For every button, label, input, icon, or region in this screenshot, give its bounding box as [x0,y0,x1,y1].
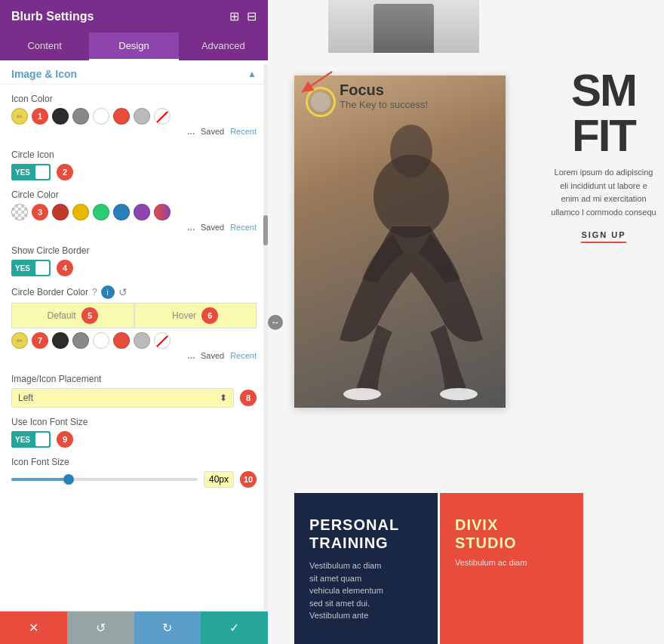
swatch-pencil-7[interactable] [11,332,28,349]
badge-8: 8 [240,390,257,406]
swatch-red-1[interactable] [113,108,130,125]
use-icon-font-size-toggle[interactable]: YES [11,431,51,448]
swatch-lightgray-1[interactable] [134,108,150,125]
save-icon: ✓ [229,621,239,635]
select-arrow-icon: ⬍ [220,393,227,403]
swatch-red2-3[interactable] [52,204,69,220]
arrow-annotation [294,68,340,101]
section-title-text: Image & Icon [11,68,77,80]
reset-icon-5[interactable]: ↺ [118,286,128,298]
personal-training-card: PERSONALTRAINING Vestibulum ac diamsit a… [294,493,438,644]
swatch-green-3[interactable] [93,204,109,220]
settings-icon[interactable]: ⊟ [247,9,257,23]
saved-recent-7: ··· Saved Recent [11,351,257,365]
recent-link-7[interactable]: Recent [230,351,257,365]
recent-link-3[interactable]: Recent [230,223,257,236]
woman-svg [294,75,506,408]
swatch-white-1[interactable] [93,108,109,125]
big-letters-fit: FIT [551,113,656,159]
cancel-icon: ✕ [29,621,38,635]
divix-studio-card: DIVIXSTUDIO Vestibulum ac diam ··· [440,493,583,644]
swatch-purple-3[interactable] [134,204,150,220]
swatch-gradient-3[interactable] [154,204,171,220]
resize-handle[interactable]: ↔ [268,315,283,330]
tab-content[interactable]: Content [0,32,89,60]
redo-icon: ↻ [162,621,172,635]
swatch-white-7[interactable] [93,332,109,349]
swatch-blue-3[interactable] [113,204,130,220]
swatch-lightgray-7[interactable] [134,332,150,349]
icon-font-size-slider-track[interactable] [11,478,198,481]
icon-font-size-slider-row: 40px 10 [11,471,257,488]
reset-button[interactable]: ↺ [67,612,134,644]
icon-font-size-value[interactable]: 40px [204,471,234,488]
circle-color-label: Circle Color [11,190,257,200]
toggle-knob-9 [35,433,49,446]
panel-title: Blurb Settings [11,10,94,23]
show-circle-border-toggle-row: YES 4 [11,260,257,276]
state-tab-hover-5[interactable]: Hover 6 [134,303,257,328]
circle-icon-label: Circle Icon [11,149,257,160]
focus-header: Focus The Key to success! [340,82,428,110]
section-title: Image & Icon ▲ [0,60,268,85]
tab-advanced[interactable]: Advanced [179,32,268,60]
sign-up-link[interactable]: SIGN UP [581,230,626,243]
badge-7: 7 [32,332,48,349]
chevron-up-icon[interactable]: ▲ [247,69,257,79]
red-arrow-svg [294,68,340,98]
swatch-dark-1[interactable] [52,108,69,125]
swatch-pencil-1[interactable] [11,108,28,125]
divix-studio-subtitle: Vestibulum ac diam [455,558,568,567]
state-tab-default-5[interactable]: Default 5 [11,303,134,328]
panel-footer: ✕ ↺ ↻ ✓ [0,611,268,644]
icon-color-label: Icon Color [11,94,257,104]
save-button[interactable]: ✓ [201,612,268,644]
divix-studio-title: DIVIXSTUDIO [455,516,568,552]
lorem-text: Lorem ipsum do adipiscing eli incididunt… [551,166,656,219]
placement-select-row: Left ⬍ 8 [11,388,257,408]
circle-icon-toggle-row: YES 2 [11,164,257,180]
slider-thumb[interactable] [63,474,74,485]
info-icon-5[interactable]: i [101,285,115,299]
swatch-gray-7[interactable] [72,332,89,349]
circle-color-swatches: 3 [11,204,257,220]
cancel-button[interactable]: ✕ [0,612,67,644]
tab-design[interactable]: Design [89,32,178,60]
top-image-placeholder [374,4,434,53]
saved-text-3: Saved [201,223,224,236]
panel-content: Icon Color 1 ··· Saved Recent Circle Ico… [0,85,268,611]
dots-icon-1[interactable]: ··· [187,127,195,140]
badge-6: 6 [201,307,218,324]
toggle-knob-2 [35,165,49,179]
border-color-swatches: 7 [11,332,257,349]
swatch-slash-7[interactable] [154,332,171,349]
question-mark-icon: ? [92,287,97,297]
dots-icon-7[interactable]: ··· [187,351,195,365]
badge-2: 2 [57,164,73,180]
swatch-dark-7[interactable] [52,332,69,349]
circle-border-color-label-row: Circle Border Color ? i ↺ [11,285,257,299]
swatch-yellow-3[interactable] [72,204,89,220]
icon-font-size-label: Icon Font Size [11,457,257,467]
show-circle-border-toggle[interactable]: YES [11,260,51,276]
badge-3: 3 [32,204,48,220]
redo-button[interactable]: ↻ [134,612,201,644]
expand-icon[interactable]: ⊞ [229,9,239,23]
panel-header-icons: ⊞ ⊟ [229,9,257,23]
swatch-slash-1[interactable] [154,108,171,125]
toggle-yes-2: YES [11,164,34,180]
svg-point-5 [440,388,478,400]
panel-header: Blurb Settings ⊞ ⊟ [0,0,268,32]
placement-label: Image/Icon Placement [11,374,257,384]
swatch-checker-3[interactable] [11,204,28,220]
state-tabs-5: Default 5 Hover 6 [11,303,257,328]
dots-icon-3[interactable]: ··· [187,223,195,236]
recent-link-1[interactable]: Recent [230,127,257,140]
slider-fill [11,478,67,481]
swatch-gray-1[interactable] [72,108,89,125]
hover-label-5: Hover [172,310,196,321]
placement-select[interactable]: Left ⬍ [11,388,234,408]
swatch-red-7[interactable] [113,332,130,349]
right-text-area: SM FIT Lorem ipsum do adipiscing eli inc… [543,60,664,251]
circle-icon-toggle[interactable]: YES [11,164,51,180]
